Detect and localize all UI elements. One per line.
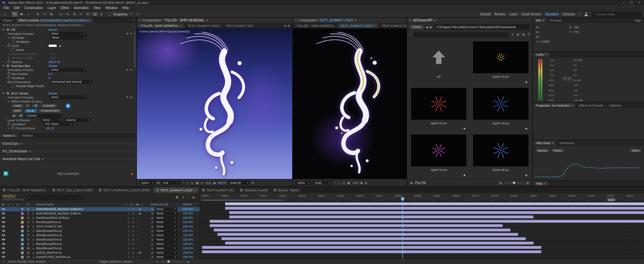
renderer-dropdown[interactable]: Draft 3D▾ [228,181,250,185]
forward-icon[interactable]: ▶ [430,25,432,29]
minimize-icon[interactable]: ─ [623,1,625,4]
layer-name[interactable]: textOutline/Eid_Machine Outlines 2 [36,207,119,211]
menu-help[interactable]: Help [120,6,131,10]
maya-live-link-panel-header[interactable]: Autodesk Maya Live Link ≡ [0,156,136,161]
aeviewer-search-input[interactable] [414,32,509,37]
preset-nav-icons[interactable]: ◀ ▶ [126,68,134,71]
favorite-star-icon[interactable]: ★ [463,174,466,177]
snapshot-camera-icon[interactable]: ◉ [213,181,216,185]
layer-label-color[interactable] [21,256,24,259]
layer-row[interactable]: 3▸lines/kuwaitText Outlines◇⊘∕⬚@None▾100… [0,216,200,220]
visibility-eye-icon[interactable] [1,216,5,219]
opacity-value[interactable]: 100.0 % [48,60,60,64]
timeline-search-input[interactable] [32,196,80,199]
favorite-star-icon[interactable]: ★ [525,80,528,84]
parent-link-dropdown[interactable]: @None▾ [150,255,181,259]
effect-header-bcc-twister[interactable]: ▼ fx BCC Twister Reset [0,91,136,95]
comp-marker[interactable]: touch [607,198,615,202]
visibility-eye-icon[interactable] [1,234,5,237]
stretch-value[interactable]: 100.0% [181,220,200,224]
layer-name[interactable]: bleed/kuwaitText.ai [36,247,119,250]
parent-link-header[interactable]: Parent & Link [150,203,181,206]
layer-switches[interactable]: ◇⊘∕fx [119,208,150,211]
twirl-icon[interactable]: ▼ [2,92,5,95]
layer-label-color[interactable] [21,251,24,254]
layer-label-color[interactable] [21,229,24,233]
source-dropdown[interactable]: Source▾ [64,118,91,122]
menu-effect[interactable]: Effect [58,6,71,10]
pickwhip-icon[interactable]: @ [151,247,154,250]
panel-menu-icon[interactable]: ≡ [355,18,357,22]
animation-presets-dropdown[interactable]: None▾ [50,32,87,36]
workspace-small-screen[interactable]: Small Screen [521,12,541,16]
layer-switches[interactable]: ◇⊘∕fx [119,212,150,215]
stretch-value[interactable]: 100.0% [181,255,200,259]
zoom-out-mountain-icon[interactable]: ▲ [156,260,158,263]
layer-label-color[interactable] [21,234,24,237]
menu-file[interactable]: File [1,6,11,10]
parent-link-dropdown[interactable]: @None▾ [150,216,181,220]
tab-ouroboros[interactable]: Ouroboros [557,140,578,145]
effect-header-fill[interactable]: ▼ fx Fill Reset [0,27,136,31]
effect-header-fast-box-blur[interactable]: ▼ fx Fast Box Blur Reset [0,64,136,68]
animation-presets-dropdown[interactable]: None▾ [50,68,87,72]
layer-twirl-icon[interactable]: ▸ [32,229,36,233]
layer-twirl-icon[interactable]: ▸ [32,221,36,224]
layer-label-color[interactable] [21,212,24,215]
timeline-layer-bar[interactable] [210,220,644,223]
account-icon[interactable] [584,12,588,16]
tab-libraries[interactable]: Libraries [606,103,624,108]
next-tab-icon[interactable]: ▶ [288,24,290,27]
timeline-comp-tab[interactable]: * FILLER : SHIP GENERAL [0,187,50,193]
twirl-icon[interactable]: ▸ [7,36,10,39]
fx-icon[interactable]: fx [6,64,10,67]
stretch-value[interactable]: 100.0% [181,238,200,241]
timeline-comp-tab[interactable]: TEXT_RAMADAN_LOGO OPEN [96,187,153,193]
pan-behind-tool-icon[interactable]: ⊕ [48,11,54,17]
brush-tool-icon[interactable]: ✑ [78,11,84,17]
region-of-interest-icon[interactable]: ◱ [342,181,345,185]
viewer-tab[interactable]: TEXT_KUWAIT LOGO [185,23,223,28]
zoom-tool-icon[interactable]: ⌕ [25,11,31,17]
h-feather-value[interactable]: 0.0 [50,52,55,56]
shape-tool-icon[interactable]: ▭ [58,11,64,17]
layer-switches[interactable]: ◇⊘∕⬚ [119,247,150,250]
region-of-interest-icon[interactable]: ◱ [191,181,194,185]
play-all-label[interactable]: Play All [415,181,426,185]
favorites-star-icon[interactable]: ★ [517,33,520,37]
favorite-star-icon[interactable]: ★ [525,174,528,177]
layer-label-color[interactable] [21,221,24,224]
pixel-aspect-icon[interactable]: ⧉ [252,181,254,185]
visibility-eye-icon[interactable] [1,225,5,228]
stopwatch-icon[interactable] [7,72,10,75]
camera-view-icon[interactable]: ⊙ [201,181,203,185]
panel-menu-icon[interactable]: ≡ [542,18,544,22]
stretch-value[interactable]: 100.0% [181,212,200,215]
invert-checkbox[interactable] [11,48,14,51]
time-ruler[interactable]: 0000000005000100001500020000250003000035… [200,193,644,202]
composition-viewport[interactable] [293,28,407,179]
panel-menu-icon[interactable]: ≡ [552,141,554,145]
eyedropper-icon[interactable] [58,44,62,47]
layer-twirl-icon[interactable]: ▸ [32,251,36,254]
tab-tilda[interactable]: Tilda≡ [533,181,549,186]
type-tool-icon[interactable]: T [71,11,77,17]
parent-link-dropdown[interactable]: @None▾ [150,220,181,224]
timeline-search-box[interactable]: ⌕ [27,195,83,200]
layer-row[interactable]: 11▸art/Eid_Machine.ai◇⊘∕fx@None▾100.0% [0,251,200,255]
prev-tab-icon[interactable]: ◀ [284,24,286,27]
layer-twirl-icon[interactable]: ▸ [32,208,36,211]
help-icon[interactable]: ? [528,33,530,37]
hand-tool-icon[interactable]: ✥ [18,11,24,17]
timeline-comp-tab[interactable]: TEXT_EID_LOGO OPEN [50,187,96,193]
aeviewer-panel-header[interactable]: AEViewerBP ≡ [407,18,532,23]
pickwhip-icon[interactable]: @ [151,243,154,246]
layer-name[interactable]: bleed/kuwaitText.ai [36,229,119,233]
parent-link-dropdown[interactable]: @None▾ [150,212,181,215]
parent-link-dropdown[interactable]: @None▾ [150,234,181,237]
fx-icon[interactable]: fx [6,92,10,95]
viewer-tab[interactable]: * FILLER : SHIP GENERAL× [137,23,185,28]
stretch-value[interactable]: 100.0% [181,234,200,237]
layer-twirl-icon[interactable]: ▸ [32,256,36,259]
layer-name[interactable]: art/Eid_Machine.ai [36,251,119,254]
